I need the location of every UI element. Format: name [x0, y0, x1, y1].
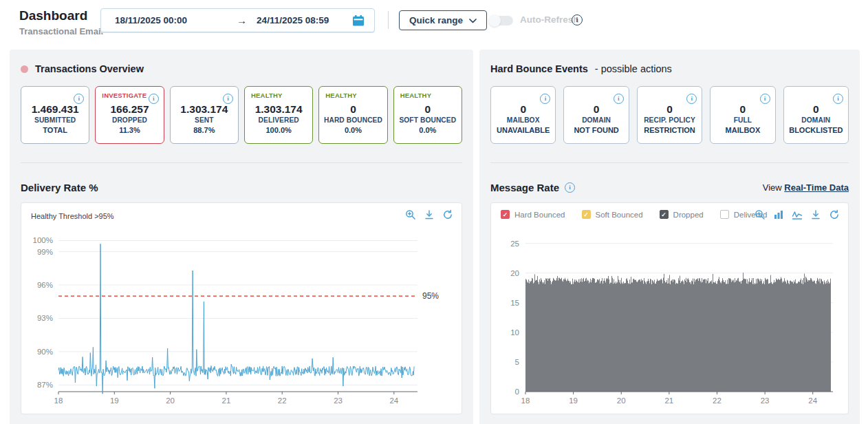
- real-time-data-link[interactable]: Real-Time Data: [784, 182, 849, 193]
- auto-refresh-toggle[interactable]: [490, 16, 513, 25]
- message-rate-chart[interactable]: 051015202518192021222324: [495, 228, 844, 408]
- quick-range-button[interactable]: Quick range: [399, 10, 487, 30]
- stat-sublabel: MAILBOX: [726, 125, 761, 136]
- legend-dropped[interactable]: ✓ Dropped: [660, 210, 704, 219]
- stat-sublabel: TOTAL: [43, 125, 67, 136]
- status-badge: HEALTHY: [325, 92, 357, 99]
- divider: [21, 162, 462, 163]
- delivery-rate-chart-card: Healthy Threshold >95% 100%99%96%93%90%8…: [21, 202, 462, 414]
- page-subtitle: Transactional Email: [19, 26, 103, 36]
- zoom-icon[interactable]: [405, 209, 416, 220]
- stat-card-full-mailbox: i 0 FULL MAILBOX: [710, 86, 775, 144]
- status-badge: HEALTHY: [251, 92, 283, 99]
- stat-value: 0: [350, 103, 356, 116]
- refresh-icon[interactable]: [442, 209, 453, 220]
- bar-chart-icon[interactable]: [773, 209, 784, 220]
- checkbox-icon[interactable]: ✓: [501, 210, 510, 219]
- info-icon[interactable]: i: [74, 94, 84, 104]
- date-range-input[interactable]: 18/11/2025 00:00 → 24/11/2025 08:59: [100, 8, 375, 32]
- stat-value: 0: [813, 103, 819, 116]
- stat-label: SENT: [195, 116, 214, 125]
- stat-label: DROPPED: [112, 116, 147, 125]
- message-chart-toolbar: [755, 209, 840, 220]
- info-icon[interactable]: i: [833, 94, 843, 104]
- transactions-overview-panel: Transactions Overview i 1.469.431 SUBMIT…: [10, 50, 473, 424]
- stat-label: MAILBOX: [507, 116, 540, 125]
- stat-label: FULL: [734, 116, 752, 125]
- dashboard-page: Dashboard Transactional Email 18/11/2025…: [0, 0, 868, 424]
- info-icon[interactable]: i: [540, 94, 550, 104]
- status-badge: HEALTHY: [400, 92, 432, 99]
- stat-value: 0: [520, 103, 526, 116]
- legend-label: Hard Bounced: [514, 211, 565, 219]
- svg-text:10: 10: [510, 328, 519, 337]
- stat-sublabel: 88.7%: [193, 125, 215, 136]
- svg-text:96%: 96%: [37, 281, 53, 289]
- download-icon[interactable]: [424, 209, 435, 220]
- threshold-label: Healthy Threshold >95%: [31, 212, 114, 220]
- stat-card-delivered: HEALTHY 1.303.174 DELIVERED 100.0%: [244, 86, 313, 144]
- stat-label: DOMAIN: [582, 116, 611, 125]
- toggle-knob: [488, 14, 501, 27]
- stat-value: 0: [666, 103, 673, 116]
- stat-sublabel: 100.0%: [265, 125, 291, 136]
- arrow-right-icon: →: [237, 14, 247, 26]
- message-rate-title: Message Rate: [490, 182, 559, 193]
- divider: [490, 162, 849, 163]
- svg-text:99%: 99%: [37, 248, 53, 256]
- stat-label: DOMAIN: [801, 116, 830, 125]
- svg-text:87%: 87%: [37, 381, 53, 389]
- hard-bounce-cards-row: i 0 MAILBOX UNAVAILABLE i 0 DOMAIN NOT F…: [490, 86, 849, 144]
- checkbox-icon[interactable]: ✓: [660, 210, 669, 219]
- stat-card-submitted: i 1.469.431 SUBMITTED TOTAL: [21, 86, 89, 144]
- delivery-rate-chart[interactable]: 100%99%96%93%90%87%1819202122232495%: [25, 228, 457, 408]
- info-icon[interactable]: i: [149, 94, 159, 104]
- stat-value: 0: [740, 103, 746, 116]
- refresh-icon[interactable]: [829, 209, 840, 220]
- checkbox-icon[interactable]: ✓: [582, 210, 591, 219]
- stat-sublabel: NOT FOUND: [574, 125, 618, 136]
- svg-text:23: 23: [761, 396, 770, 405]
- stat-value: 1.303.174: [180, 103, 228, 116]
- calendar-icon[interactable]: [352, 14, 365, 27]
- legend-label: Soft Bounced: [596, 211, 643, 219]
- legend-soft-bounced[interactable]: ✓ Soft Bounced: [582, 210, 643, 219]
- svg-text:22: 22: [278, 396, 287, 405]
- download-icon[interactable]: [810, 209, 821, 220]
- svg-text:21: 21: [222, 396, 231, 405]
- svg-text:23: 23: [334, 396, 343, 405]
- svg-text:93%: 93%: [37, 314, 53, 322]
- stat-sublabel: RESTRICTION: [644, 125, 695, 136]
- stat-card-recip-policy: i 0 RECIP. POLICY RESTRICTION: [637, 86, 702, 144]
- svg-text:18: 18: [54, 396, 63, 405]
- message-rate-info-icon[interactable]: i: [565, 182, 575, 193]
- stat-label: SUBMITTED: [34, 116, 76, 125]
- stat-card-domain-not-found: i 0 DOMAIN NOT FOUND: [563, 86, 629, 144]
- auto-refresh-label: Auto-Refresh: [520, 14, 579, 25]
- info-icon[interactable]: i: [760, 94, 770, 104]
- info-icon[interactable]: i: [223, 94, 233, 104]
- hard-bounce-title: Hard Bounce Events: [490, 63, 588, 74]
- info-icon[interactable]: i: [686, 94, 697, 104]
- svg-text:100%: 100%: [33, 236, 53, 244]
- line-chart-icon[interactable]: [792, 209, 803, 220]
- svg-text:25: 25: [510, 240, 519, 248]
- stat-value: 0: [594, 103, 600, 116]
- svg-text:15: 15: [510, 299, 519, 307]
- zoom-icon[interactable]: [755, 209, 766, 220]
- legend-hard-bounced[interactable]: ✓ Hard Bounced: [501, 210, 565, 219]
- date-range-start[interactable]: 18/11/2025 00:00: [115, 15, 187, 25]
- svg-text:24: 24: [389, 396, 398, 405]
- svg-text:24: 24: [808, 396, 817, 405]
- stat-value: 1.469.431: [32, 103, 79, 116]
- date-range-end[interactable]: 24/11/2025 08:59: [257, 15, 329, 25]
- svg-text:0: 0: [515, 388, 519, 396]
- svg-text:19: 19: [569, 396, 578, 405]
- transactions-overview-title: Transactions Overview: [35, 63, 144, 74]
- info-icon[interactable]: i: [614, 94, 624, 104]
- checkbox-icon[interactable]: [720, 210, 729, 219]
- auto-refresh-info-icon[interactable]: i: [572, 14, 583, 25]
- svg-text:20: 20: [166, 396, 175, 405]
- stat-card-mailbox-unavailable: i 0 MAILBOX UNAVAILABLE: [490, 86, 556, 144]
- svg-text:19: 19: [110, 396, 119, 405]
